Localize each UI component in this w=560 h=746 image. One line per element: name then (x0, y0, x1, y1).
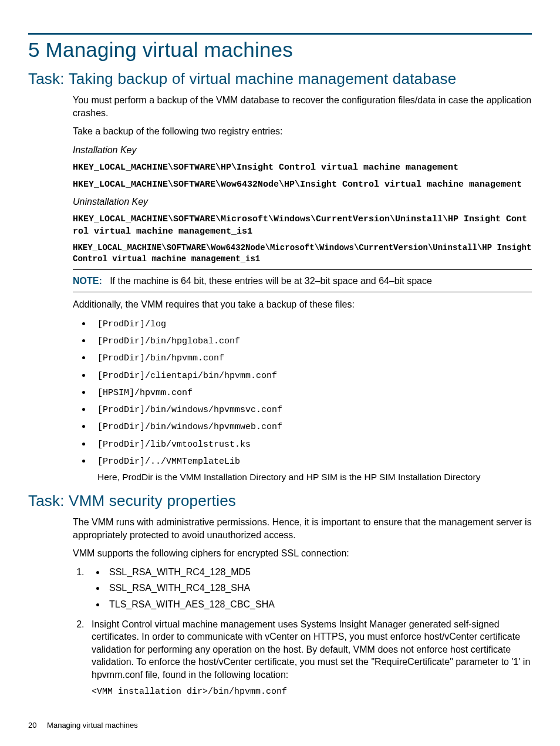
page-footer: 20 Managing virtual machines (28, 721, 138, 730)
files-note: Here, ProdDir is the VMM Installation Di… (97, 471, 532, 484)
file-path: [ProdDir]/bin/hpvmm.conf (97, 353, 224, 363)
list-item: [ProdDir]/clientapi/bin/hpvmm.conf (92, 369, 532, 382)
file-path: [HPSIM]/hpvmm.conf (97, 388, 193, 398)
file-path: [ProdDir]/lib/vmtoolstrust.ks (97, 440, 251, 450)
list-item: [HPSIM]/hpvmm.conf (92, 386, 532, 399)
task2-p1: The VMM runs with administrative permiss… (73, 516, 532, 541)
item2-path: <VMM installation dir>/bin/hpvmm.conf (92, 686, 532, 698)
file-path: [ProdDir]/bin/windows/hpvmmsvc.conf (97, 405, 282, 415)
list-item-2: Insight Control virtual machine manageme… (87, 618, 532, 698)
list-item: [ProdDir]/log (92, 317, 532, 330)
numbered-list: SSL_RSA_WITH_RC4_128_MD5 SSL_RSA_WITH_RC… (73, 566, 532, 698)
file-path: [ProdDir]/../VMMTemplateLib (97, 457, 240, 467)
file-list: [ProdDir]/log [ProdDir]/bin/hpglobal.con… (85, 317, 532, 484)
footer-title: Managing virtual machines (47, 721, 138, 730)
page-number: 20 (28, 721, 36, 730)
task1-body: You must perform a backup of the VMM dat… (73, 94, 532, 484)
chapter-number: 5 (28, 38, 40, 61)
task1-p1: You must perform a backup of the VMM dat… (73, 94, 532, 119)
uninstall-key-2: HKEY_LOCAL_MACHINE\SOFTWARE\Wow6432Node\… (73, 242, 532, 265)
file-path: [ProdDir]/bin/hpglobal.conf (97, 336, 240, 346)
cipher-item: TLS_RSA_WITH_AES_128_CBC_SHA (106, 598, 532, 611)
task1-p2: Take a backup of the following two regis… (73, 125, 532, 138)
uninstall-key-label: Uninstallation Key (73, 195, 532, 208)
note-text: If the machine is 64 bit, these entries … (110, 276, 432, 286)
task2-body: The VMM runs with administrative permiss… (73, 516, 532, 698)
file-path: [ProdDir]/clientapi/bin/hpvmm.conf (97, 371, 277, 381)
task2-heading: Task: VMM security properties (28, 492, 532, 510)
task1-p3: Additionally, the VMM requires that you … (73, 298, 532, 311)
chapter-heading: 5 Managing virtual machines (28, 38, 532, 62)
install-key-label: Installation Key (73, 144, 532, 157)
install-key-1: HKEY_LOCAL_MACHINE\SOFTWARE\HP\Insight C… (73, 162, 532, 174)
cipher-item: SSL_RSA_WITH_RC4_128_SHA (106, 582, 532, 595)
cipher-list: SSL_RSA_WITH_RC4_128_MD5 SSL_RSA_WITH_RC… (106, 566, 532, 611)
task1-heading: Task: Taking backup of virtual machine m… (28, 70, 532, 88)
list-item: [ProdDir]/lib/vmtoolstrust.ks (92, 437, 532, 451)
list-item: [ProdDir]/bin/windows/hpvmmsvc.conf (92, 403, 532, 416)
chapter-title: Managing virtual machines (46, 38, 293, 61)
list-item: [ProdDir]/bin/hpvmm.conf (92, 351, 532, 364)
file-path: [ProdDir]/log (97, 319, 166, 329)
list-item: [ProdDir]/bin/hpglobal.conf (92, 334, 532, 347)
list-item: [ProdDir]/bin/windows/hpvmmweb.conf (92, 420, 532, 433)
header-rule (28, 33, 532, 35)
uninstall-key-1: HKEY_LOCAL_MACHINE\SOFTWARE\Microsoft\Wi… (73, 214, 532, 238)
install-key-2: HKEY_LOCAL_MACHINE\SOFTWARE\Wow6432Node\… (73, 179, 532, 191)
note-label: NOTE: (73, 276, 102, 286)
note-box: NOTE: If the machine is 64 bit, these en… (73, 269, 532, 293)
item2-text: Insight Control virtual machine manageme… (92, 619, 530, 680)
file-path: [ProdDir]/bin/windows/hpvmmweb.conf (97, 422, 282, 432)
list-item-1: SSL_RSA_WITH_RC4_128_MD5 SSL_RSA_WITH_RC… (87, 566, 532, 611)
document-page: 5 Managing virtual machines Task: Taking… (0, 0, 560, 746)
task2-p2: VMM supports the following ciphers for e… (73, 547, 532, 560)
list-item: [ProdDir]/../VMMTemplateLib Here, ProdDi… (92, 454, 532, 484)
cipher-item: SSL_RSA_WITH_RC4_128_MD5 (106, 566, 532, 579)
